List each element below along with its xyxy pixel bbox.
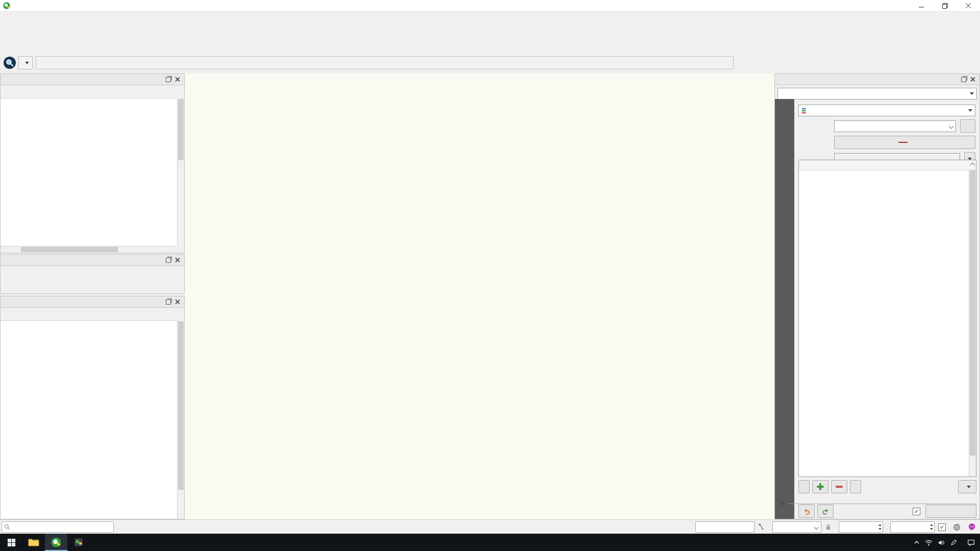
- pen-icon[interactable]: [950, 539, 957, 546]
- crs-icon[interactable]: [953, 523, 961, 531]
- float-panel-icon[interactable]: [164, 298, 172, 306]
- layers-panel-header: [1, 296, 184, 308]
- search-config-icon: [3, 56, 16, 69]
- scroll-up-icon[interactable]: [967, 163, 976, 168]
- browser-panel-header: [1, 74, 184, 85]
- search-config-bar: [0, 53, 980, 72]
- toolbar-digitizing: [0, 38, 980, 53]
- styling-layer-select[interactable]: [777, 88, 977, 99]
- layers-tree: [1, 320, 184, 519]
- float-panel-icon[interactable]: [164, 256, 172, 264]
- action-center-icon[interactable]: [967, 539, 975, 546]
- title-bar: [0, 0, 980, 12]
- layers-panel: [0, 296, 185, 519]
- float-panel-icon[interactable]: [164, 76, 172, 83]
- coordinate-input[interactable]: [695, 521, 755, 533]
- browser-vscrollbar[interactable]: [177, 98, 184, 246]
- float-panel-icon[interactable]: [960, 76, 967, 83]
- messages-icon[interactable]: [968, 523, 976, 531]
- close-panel-icon[interactable]: [969, 76, 976, 83]
- chevron-down-icon: [949, 123, 954, 129]
- browser-toolbar: [1, 85, 184, 98]
- lock-scale-icon[interactable]: [825, 523, 832, 531]
- magnifier-input[interactable]: [839, 521, 883, 533]
- browser-hscrollbar[interactable]: [1, 246, 178, 253]
- windows-taskbar: [0, 534, 980, 551]
- cad-tools-message: [1, 266, 184, 272]
- chevron-down-icon: [814, 524, 819, 530]
- change-symbol-button[interactable]: [834, 136, 975, 149]
- redo-style-button[interactable]: [817, 505, 834, 518]
- qgis-taskbar-button[interactable]: [45, 534, 67, 551]
- remove-category-button[interactable]: [831, 480, 847, 493]
- categories-table: [798, 160, 976, 477]
- volume-icon[interactable]: [938, 539, 945, 546]
- secondary-app-button[interactable]: [67, 534, 90, 551]
- layers-vscrollbar[interactable]: [177, 320, 184, 519]
- categories-table-header: [799, 160, 976, 170]
- classify-button[interactable]: [798, 480, 810, 493]
- tray-chevron-icon[interactable]: [914, 539, 920, 545]
- close-panel-icon[interactable]: [173, 298, 181, 306]
- advanced-button[interactable]: [958, 480, 976, 493]
- browser-panel: [0, 73, 185, 253]
- close-panel-icon[interactable]: [173, 256, 181, 264]
- symbol-preview-line: [898, 142, 908, 143]
- locate-input[interactable]: [2, 521, 114, 533]
- column-select[interactable]: [834, 120, 956, 132]
- extents-toggle-icon[interactable]: [758, 523, 765, 531]
- delete-all-button[interactable]: [850, 480, 861, 493]
- maximize-button[interactable]: [933, 0, 957, 11]
- advanced-digitizing-panel: [0, 254, 185, 294]
- status-bar: ✓: [0, 519, 980, 534]
- render-type-select[interactable]: [798, 105, 975, 116]
- live-update-checkbox[interactable]: ✓: [913, 508, 920, 515]
- network-icon[interactable]: [925, 539, 933, 546]
- layer-styling-header: [775, 74, 979, 85]
- toolbar-main: [0, 22, 980, 38]
- scale-select[interactable]: [772, 521, 821, 533]
- minimize-button[interactable]: [910, 0, 933, 11]
- categories-vscrollbar[interactable]: [969, 170, 976, 477]
- advanced-digitizing-header: [1, 255, 184, 266]
- add-category-button[interactable]: [812, 480, 828, 493]
- layers-toolbar: [1, 308, 184, 321]
- layer-styling-panel: ✓: [774, 73, 980, 519]
- search-input[interactable]: [36, 56, 734, 69]
- close-panel-icon[interactable]: [173, 76, 181, 83]
- menu-bar: [0, 12, 980, 22]
- search-config-select[interactable]: [18, 56, 33, 69]
- search-icon: [4, 524, 10, 530]
- start-button[interactable]: [0, 534, 22, 551]
- expression-button[interactable]: [960, 119, 975, 133]
- qgis-logo-icon: [3, 2, 11, 10]
- file-explorer-button[interactable]: [22, 534, 45, 551]
- close-button[interactable]: [957, 0, 980, 11]
- map-canvas[interactable]: [185, 73, 774, 519]
- rotation-input[interactable]: [890, 521, 935, 533]
- browser-tree: [1, 98, 184, 246]
- chevron-right-icon: [778, 502, 784, 507]
- apply-button[interactable]: [925, 505, 976, 518]
- categorized-icon: [801, 107, 809, 114]
- styling-tab-strip: [775, 99, 794, 519]
- render-checkbox[interactable]: ✓: [938, 523, 946, 531]
- undo-style-button[interactable]: [798, 505, 815, 518]
